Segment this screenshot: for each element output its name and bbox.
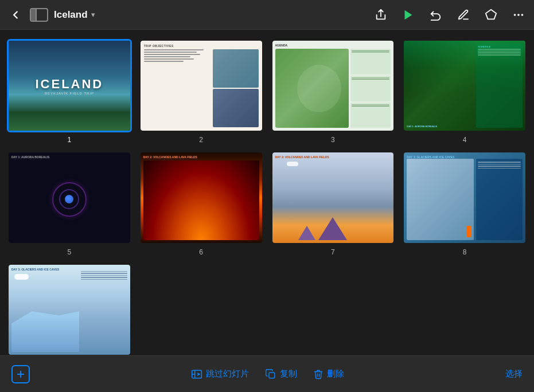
- slide-item[interactable]: DAY 2: VOLCANOES AND LAVA FIELDS 6: [139, 151, 264, 256]
- pencil-button[interactable]: [455, 6, 472, 23]
- slide-preview: ICELAND REYKJAVÍK FIELD TRIP: [9, 41, 130, 131]
- slide-preview: DAY 3: GLACIERS AND ICE CAVES: [9, 265, 130, 355]
- slide-preview: DAY 1: AURORA BOREALIS: [9, 152, 130, 242]
- slide-number: 5: [68, 248, 72, 256]
- slide-thumbnail: DAY 3: GLACIERS AND ICE CAVES: [7, 263, 132, 355]
- svg-point-5: [514, 14, 516, 16]
- slide-number: 1: [68, 136, 72, 144]
- slide-thumbnail: DAY 2: VOLCANOES AND LAVA FIELDS: [271, 151, 396, 244]
- presentation-title: Iceland: [54, 9, 88, 21]
- slide-thumbnail: DAY 1: AURORA BOREALIS: [7, 151, 132, 244]
- slide-preview: DAY 2: VOLCANOES AND LAVA FIELDS: [141, 152, 262, 242]
- slide-number: 8: [463, 248, 467, 256]
- slides-grid-container: ICELAND REYKJAVÍK FIELD TRIP 1 TRIP OBJE…: [0, 30, 534, 355]
- svg-point-3: [517, 14, 520, 16]
- duplicate-label: 复制: [280, 369, 297, 379]
- slide-preview: DAY 2: VOLCANOES AND LAVA FIELDS: [272, 152, 394, 242]
- slide-thumbnail: ICELAND REYKJAVÍK FIELD TRIP: [7, 39, 132, 132]
- select-button[interactable]: 选择: [505, 369, 523, 379]
- slide-number: 7: [331, 248, 335, 256]
- slide-number: 2: [199, 136, 203, 144]
- back-button[interactable]: [7, 6, 24, 23]
- bottom-bar: 跳过幻灯片 复制 删除 选择: [0, 355, 534, 392]
- slide-thumbnail: DAY 3: GLACIERS AND ICE CAVES: [402, 151, 527, 244]
- delete-button[interactable]: 删除: [313, 369, 344, 380]
- slide-number: 4: [463, 136, 467, 144]
- more-button[interactable]: [510, 6, 527, 23]
- svg-marker-2: [486, 9, 496, 19]
- svg-point-4: [521, 14, 524, 16]
- add-slide-icon: [11, 365, 30, 383]
- sidebar-toggle-button[interactable]: [30, 8, 48, 22]
- top-bar: Iceland ▾: [0, 0, 534, 30]
- slide-number: 3: [331, 136, 335, 144]
- slide-item[interactable]: DAY 3: GLACIERS AND ICE CAVES 9: [7, 263, 132, 355]
- slide-preview: TRIP OBJECTIVES: [141, 41, 262, 131]
- slide-item[interactable]: DAY 2: VOLCANOES AND LAVA FIELDS 7: [271, 151, 396, 256]
- slide-preview: AGENDA: [272, 41, 394, 131]
- slides-grid: ICELAND REYKJAVÍK FIELD TRIP 1 TRIP OBJE…: [7, 39, 527, 355]
- share-button[interactable]: [372, 6, 389, 23]
- slide-item[interactable]: DAY 1: AURORA BOREALIS 5: [7, 151, 132, 256]
- slide-item[interactable]: TRIP OBJECTIVES: [139, 39, 264, 144]
- svg-rect-11: [269, 373, 275, 378]
- undo-button[interactable]: [427, 6, 445, 23]
- slide-thumbnail: DAY 1: AURORA BOREALIS SCHEDULE: [402, 39, 527, 132]
- add-slide-button[interactable]: [11, 365, 30, 383]
- play-button[interactable]: [400, 6, 417, 23]
- slide-thumbnail: TRIP OBJECTIVES: [139, 39, 264, 132]
- slide-thumbnail: AGENDA: [271, 39, 396, 132]
- top-bar-left: Iceland ▾: [7, 6, 367, 23]
- title-chevron-icon: ▾: [91, 10, 95, 19]
- slide-thumbnail: DAY 2: VOLCANOES AND LAVA FIELDS: [139, 151, 264, 244]
- duplicate-button[interactable]: 复制: [265, 369, 297, 379]
- delete-label: 删除: [327, 369, 344, 379]
- slide-item[interactable]: DAY 3: GLACIERS AND ICE CAVES 8: [402, 151, 527, 256]
- top-bar-right: [372, 6, 527, 23]
- slide1-title: ICELAND: [35, 77, 103, 92]
- skip-slides-button[interactable]: 跳过幻灯片: [191, 369, 249, 379]
- slide-item[interactable]: AGENDA 3: [271, 39, 396, 144]
- title-area[interactable]: Iceland ▾: [54, 9, 95, 21]
- slide1-sub: REYKJAVÍK FIELD TRIP: [45, 92, 94, 95]
- slide-number: 6: [199, 248, 203, 256]
- slide-item[interactable]: DAY 1: AURORA BOREALIS SCHEDULE 4: [402, 39, 527, 144]
- slide-preview: DAY 1: AURORA BOREALIS SCHEDULE: [404, 41, 525, 131]
- skip-slides-label: 跳过幻灯片: [206, 369, 249, 379]
- slide-item[interactable]: ICELAND REYKJAVÍK FIELD TRIP 1: [7, 39, 132, 144]
- svg-marker-1: [405, 10, 412, 19]
- bottom-actions: 跳过幻灯片 复制 删除: [191, 369, 344, 380]
- slide-preview: DAY 3: GLACIERS AND ICE CAVES: [404, 152, 525, 242]
- diamond-button[interactable]: [482, 6, 500, 23]
- select-label: 选择: [505, 369, 523, 379]
